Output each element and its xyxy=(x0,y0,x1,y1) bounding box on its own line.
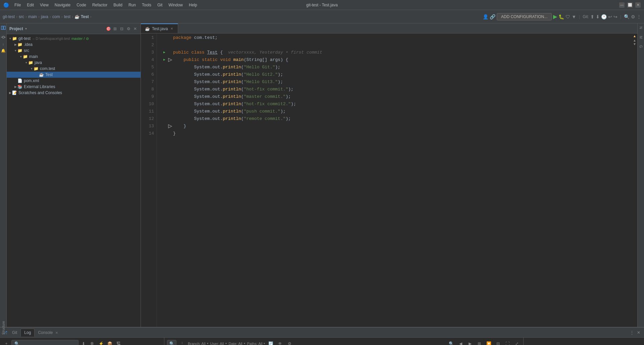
tree-main[interactable]: ▾ 📁 main xyxy=(7,54,141,60)
close-bottom-icon[interactable]: ✕ xyxy=(636,330,641,335)
sidebar-commit-icon[interactable] xyxy=(0,34,6,40)
menu-run[interactable]: Run xyxy=(126,2,139,8)
gutter-up-icon[interactable]: ▲ xyxy=(633,39,636,42)
menu-edit[interactable]: Edit xyxy=(24,2,37,8)
settings-icon[interactable]: ⚙ xyxy=(631,14,635,19)
git-history-icon[interactable]: 🕐 xyxy=(601,14,607,19)
filter-icon[interactable]: 🔽 xyxy=(485,340,492,345)
tab-log[interactable]: Log xyxy=(20,329,35,337)
user-filter[interactable]: User: All ▾ xyxy=(210,342,227,345)
breadcrumb-git-test[interactable]: git-test xyxy=(3,14,15,19)
git-structure-icon[interactable]: 🏗 xyxy=(115,340,122,345)
tree-java[interactable]: ▾ 📁 java xyxy=(7,60,141,66)
breadcrumb-com[interactable]: com xyxy=(52,14,60,19)
menu-window[interactable]: Window xyxy=(166,2,185,8)
search-commit-icon[interactable]: 🔍 xyxy=(447,340,455,345)
project-dropdown-icon[interactable]: ▾ xyxy=(25,27,27,30)
tree-com-test[interactable]: ▾ 📁 com.test xyxy=(7,66,141,72)
console-close[interactable]: ✕ xyxy=(55,331,58,335)
git-revert-icon[interactable]: ↩ xyxy=(608,14,612,19)
git-forward-icon[interactable]: ↪ xyxy=(613,14,618,19)
git-search-input[interactable] xyxy=(11,340,78,345)
tab-git[interactable]: Git xyxy=(9,329,20,336)
breadcrumb-java[interactable]: java xyxy=(41,14,48,19)
float-log-icon[interactable]: ⤢ xyxy=(513,340,521,345)
project-header-button[interactable]: Project ▾ xyxy=(9,26,27,31)
right-gradle-icon[interactable]: G xyxy=(638,44,644,50)
gutter-down-icon[interactable]: ▼ xyxy=(633,42,636,46)
coverage-icon[interactable]: 🛡 xyxy=(566,14,570,19)
expand-bottom-icon[interactable]: ⋮ xyxy=(629,330,635,335)
git-trash-icon[interactable]: 🗑 xyxy=(89,340,96,345)
git-fetch-icon[interactable]: ⬇ xyxy=(80,340,87,345)
tree-scratches[interactable]: ▶ 📝 Scratches and Consoles xyxy=(7,90,141,96)
menu-navigate[interactable]: Navigate xyxy=(52,2,73,8)
search-icon[interactable]: 🔍 xyxy=(624,14,630,19)
maximize-button[interactable]: ⬜ xyxy=(627,2,633,8)
branch-filter[interactable]: Branch: All ▾ xyxy=(188,342,208,345)
menu-help[interactable]: Help xyxy=(186,2,200,8)
code-content[interactable]: package com.test; ▶ public class Test { … xyxy=(157,33,637,327)
git-push-icon[interactable]: ⬆ xyxy=(590,14,594,19)
more-run-icon[interactable]: ▼ xyxy=(572,14,576,19)
sidebar-project-icon[interactable] xyxy=(0,25,6,31)
tab-test-java[interactable]: ☕ Test.java ✕ xyxy=(141,23,178,33)
refresh-log-icon[interactable]: 🔄 xyxy=(267,340,274,345)
run-icon[interactable]: ▶ xyxy=(553,13,557,20)
breadcrumb-current-file[interactable]: Test xyxy=(81,14,89,19)
title-bar-left: 🔵 File Edit View Navigate Code Refactor … xyxy=(3,2,200,8)
sidebar-notifications-icon[interactable]: 🔔 xyxy=(0,48,6,54)
run-button-line3[interactable]: ▶ xyxy=(161,49,168,56)
grid-view-icon[interactable]: ⊞ xyxy=(476,340,483,345)
paths-filter-label: Paths: All xyxy=(247,342,263,345)
tree-pom[interactable]: ▶ 📄 pom.xml xyxy=(7,78,141,84)
menu-tools[interactable]: Tools xyxy=(139,2,154,8)
settings-tree-icon[interactable]: ⚙ xyxy=(126,26,131,31)
menu-code[interactable]: Code xyxy=(74,2,89,8)
debug-icon[interactable]: 🐛 xyxy=(558,14,564,19)
menu-build[interactable]: Build xyxy=(111,2,125,8)
git-new-branch-icon[interactable]: + xyxy=(3,340,10,345)
log-settings-icon[interactable]: ⚙ xyxy=(286,340,293,345)
close-button[interactable]: ✕ xyxy=(635,2,641,8)
tree-idea[interactable]: ▶ 📁 .idea xyxy=(7,42,141,48)
run-config-button[interactable]: ADD CONFIGURATION... xyxy=(497,13,552,20)
tree-ext-libs[interactable]: ▶ 📚 External Libraries xyxy=(7,84,141,90)
menu-git[interactable]: Git xyxy=(155,2,165,8)
columns-icon[interactable]: ⊟ xyxy=(494,340,502,345)
git-log-search-input[interactable] xyxy=(167,340,176,345)
breadcrumb-test[interactable]: test xyxy=(64,14,70,19)
run-button-line4[interactable]: ▶ xyxy=(161,56,168,64)
menu-file[interactable]: File xyxy=(12,2,23,8)
locate-file-icon[interactable]: 🎯 xyxy=(106,26,111,31)
tree-src[interactable]: ▾ 📁 src xyxy=(7,48,141,54)
expand-log-icon[interactable]: ⛶ xyxy=(504,340,511,345)
share-icon[interactable]: 🔗 xyxy=(490,14,495,19)
paths-filter[interactable]: Paths: All ▾ xyxy=(247,342,265,345)
log-view-icon[interactable]: 👁 xyxy=(276,340,284,345)
tree-test-file[interactable]: ▶ ☕ Test xyxy=(7,72,141,78)
tab-console[interactable]: Console ✕ xyxy=(35,329,61,336)
breadcrumb-src[interactable]: src xyxy=(19,14,24,19)
minimize-button[interactable]: — xyxy=(619,2,625,8)
hide-panel-icon[interactable]: ✕ xyxy=(132,26,138,31)
date-filter[interactable]: Date: All ▾ xyxy=(229,342,245,345)
collapse-all-icon[interactable]: ⊟ xyxy=(119,26,124,31)
git-log-more-icon[interactable]: ⋮ xyxy=(178,340,186,345)
more-icon[interactable]: ⋮ xyxy=(637,14,641,19)
tree-root[interactable]: ▾ 📁 git-test – D:\workspace\git-test mas… xyxy=(7,36,141,42)
sidebar-pullreq-icon[interactable]: ↓ xyxy=(0,41,6,47)
git-stash-icon[interactable]: 📦 xyxy=(106,340,113,345)
breadcrumb-main[interactable]: main xyxy=(28,14,37,19)
git-pull-icon[interactable]: ⬇ xyxy=(596,14,600,19)
profile-icon[interactable]: 👤 xyxy=(483,14,488,19)
expand-all-icon[interactable]: ⊞ xyxy=(112,26,118,31)
right-notifications-icon[interactable]: N xyxy=(638,25,644,31)
next-commit-icon[interactable]: ▶ xyxy=(466,340,474,345)
tab-close-button[interactable]: ✕ xyxy=(170,27,174,30)
prev-commit-icon[interactable]: ◀ xyxy=(457,340,464,345)
git-merge-icon[interactable]: ⚡ xyxy=(97,340,105,345)
menu-view[interactable]: View xyxy=(37,2,51,8)
right-maven-icon[interactable]: M xyxy=(638,34,644,40)
menu-refactor[interactable]: Refactor xyxy=(90,2,110,8)
